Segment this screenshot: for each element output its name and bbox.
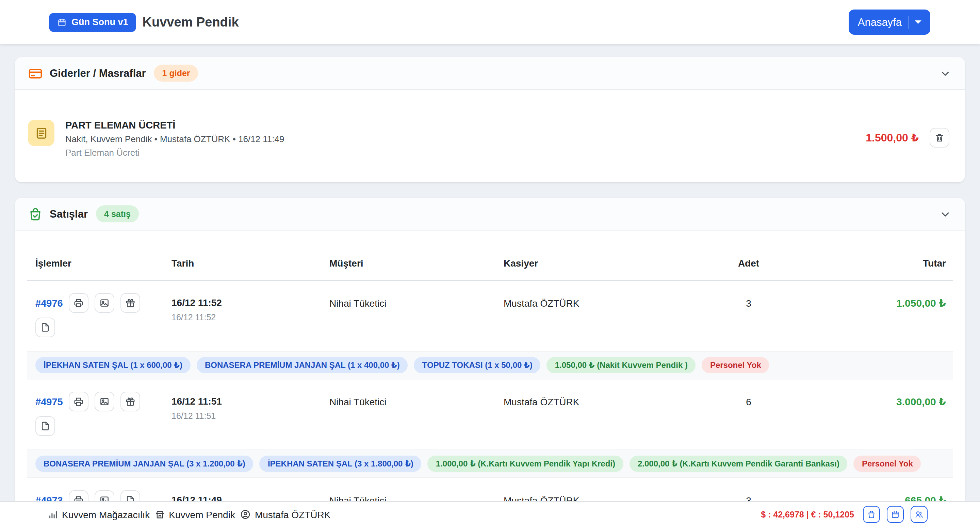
- sales-card: Satışlar 4 satış İşlemler Tarih Müşteri …: [15, 198, 965, 527]
- calendar-icon: [57, 17, 67, 27]
- personnel-quick-button[interactable]: [911, 506, 928, 523]
- exchange-rates: $ : 42,6978 | € : 50,1205: [761, 510, 854, 519]
- sales-table: İşlemler Tarih Müşteri Kasiyer Adet Tuta…: [27, 240, 953, 527]
- print-sale-button[interactable]: [69, 392, 89, 411]
- calendar-icon: [891, 510, 900, 519]
- column-header-date: Tarih: [172, 240, 329, 280]
- sales-card-header[interactable]: Satışlar 4 satış: [15, 198, 965, 230]
- image-icon: [100, 397, 110, 406]
- payment-tag: 1.000,00 ₺ (K.Kartı Kuvvem Pendik Yapı K…: [428, 456, 624, 472]
- sale-total: 1.050,00 ₺: [789, 293, 953, 337]
- sale-row: #4976: [27, 281, 953, 379]
- product-tag: BONASERA PREMİUM JANJAN ŞAL (3 x 1.200,0…: [35, 456, 253, 472]
- sale-document-button[interactable]: [35, 416, 55, 436]
- sale-image-button[interactable]: [95, 392, 115, 411]
- gift-icon: [126, 298, 136, 308]
- column-header-total: Tutar: [789, 240, 953, 280]
- sale-quantity: 6: [708, 392, 789, 436]
- sale-row: #4975: [27, 379, 953, 478]
- sale-date-cell: 16/12 11:51 16/12 11:51: [172, 392, 329, 436]
- expenses-card: Giderler / Masraflar 1 gider PART ELEMAN…: [15, 57, 965, 182]
- receipt-icon: [28, 120, 54, 146]
- payment-tag: 1.050,00 ₺ (Nakit Kuvvem Pendik ): [547, 357, 696, 373]
- home-button-label: Anasayfa: [858, 16, 902, 28]
- caret-down-icon: [915, 21, 921, 24]
- chart-bars-icon: [48, 510, 58, 519]
- sales-count-badge: 4 satış: [96, 205, 139, 222]
- page-title: Kuvvem Pendik: [143, 14, 239, 30]
- end-of-day-quick-button[interactable]: [887, 506, 904, 523]
- store-item: Kuvvem Pendik: [155, 509, 235, 520]
- expenses-card-header[interactable]: Giderler / Masraflar 1 gider: [15, 57, 965, 90]
- sale-operations-cell: #4975: [27, 392, 172, 436]
- expense-description: Part Eleman Ücreti: [65, 148, 284, 158]
- expense-actions: 1.500,00 ₺: [865, 128, 950, 148]
- button-divider: [908, 15, 908, 29]
- expenses-card-title: Giderler / Masraflar: [50, 67, 146, 79]
- version-badge-label: Gün Sonu v1: [72, 17, 128, 27]
- quick-actions: [863, 506, 928, 523]
- chevron-down-icon[interactable]: [939, 67, 951, 79]
- sale-date-secondary: 16/12 11:51: [172, 411, 329, 421]
- sale-customer: Nihai Tüketici: [329, 392, 504, 436]
- image-icon: [100, 298, 110, 308]
- expense-details: Nakit, Kuvvem Pendik • Mustafa ÖZTÜRK • …: [65, 134, 284, 144]
- document-icon: [40, 322, 50, 333]
- shopping-bag-check-icon: [28, 206, 43, 221]
- product-tag: BONASERA PREMİUM JANJAN ŞAL (1 x 400,00 …: [197, 357, 408, 373]
- column-header-cashier: Kasiyer: [504, 240, 708, 280]
- printer-icon: [74, 397, 84, 406]
- users-icon: [915, 510, 924, 519]
- print-sale-button[interactable]: [69, 293, 89, 313]
- home-button[interactable]: Anasayfa: [849, 10, 930, 35]
- column-header-quantity: Adet: [708, 240, 789, 280]
- no-personnel-tag: Personel Yok: [854, 456, 921, 472]
- document-icon: [40, 421, 50, 431]
- sales-card-title: Satışlar: [50, 208, 88, 220]
- product-tag: İPEKHAN SATEN ŞAL (1 x 600,00 ₺): [35, 357, 191, 373]
- product-tag: TOPUZ TOKASI (1 x 50,00 ₺): [414, 357, 541, 373]
- sale-date: 16/12 11:52: [172, 293, 329, 308]
- sale-date: 16/12 11:51: [172, 392, 329, 406]
- product-tag: İPEKHAN SATEN ŞAL (3 x 1.800,00 ₺): [259, 456, 422, 472]
- sale-tags: BONASERA PREMİUM JANJAN ŞAL (3 x 1.200,0…: [27, 449, 953, 478]
- company-item: Kuvvem Mağazacılık: [48, 509, 150, 520]
- sale-quantity: 3: [708, 293, 789, 337]
- credit-card-icon: [28, 66, 43, 81]
- sales-table-header: İşlemler Tarih Müşteri Kasiyer Adet Tuta…: [27, 240, 953, 281]
- top-bar: Gün Sonu v1 Kuvvem Pendik Anasayfa: [0, 0, 980, 44]
- gun-sonu-version-button[interactable]: Gün Sonu v1: [49, 13, 137, 32]
- sale-image-button[interactable]: [95, 293, 115, 313]
- delete-expense-button[interactable]: [930, 128, 950, 148]
- sale-operations-cell: #4976: [27, 293, 172, 337]
- expense-info: PART ELEMAN ÜCRETİ Nakit, Kuvvem Pendik …: [65, 120, 284, 158]
- user-item: Mustafa ÖZTÜRK: [240, 509, 331, 520]
- sale-document-button[interactable]: [35, 317, 55, 337]
- expense-name: PART ELEMAN ÜCRETİ: [65, 120, 284, 130]
- store-name: Kuvvem Pendik: [169, 509, 235, 520]
- expense-amount: 1.500,00 ₺: [865, 131, 919, 144]
- sale-date-cell: 16/12 11:52 16/12 11:52: [172, 293, 329, 337]
- chevron-down-icon[interactable]: [939, 208, 951, 220]
- sale-gift-button[interactable]: [121, 392, 140, 411]
- store-icon: [155, 510, 165, 519]
- gift-icon: [126, 397, 136, 406]
- sale-gift-button[interactable]: [121, 293, 140, 313]
- no-personnel-tag: Personel Yok: [702, 357, 769, 373]
- printer-icon: [74, 298, 84, 308]
- user-circle-icon: [240, 510, 251, 519]
- end-of-day-page: Gün Sonu v1 Kuvvem Pendik Anasayfa Gider…: [0, 0, 980, 527]
- sale-cashier: Mustafa ÖZTÜRK: [504, 293, 708, 337]
- shopping-bag-icon: [867, 510, 876, 519]
- sales-quick-button[interactable]: [863, 506, 880, 523]
- sale-cashier: Mustafa ÖZTÜRK: [504, 392, 708, 436]
- column-header-customer: Müşteri: [329, 240, 504, 280]
- sale-number-link[interactable]: #4976: [35, 297, 63, 308]
- sale-number-link[interactable]: #4975: [35, 396, 63, 407]
- payment-tag: 2.000,00 ₺ (K.Kartı Kuvvem Pendik Garant…: [630, 456, 848, 472]
- company-name: Kuvvem Mağazacılık: [62, 509, 150, 520]
- column-header-operations: İşlemler: [27, 240, 172, 280]
- status-bar: Kuvvem Mağazacılık Kuvvem Pendik Mustafa…: [0, 501, 980, 527]
- user-name: Mustafa ÖZTÜRK: [255, 509, 331, 520]
- main-content: Giderler / Masraflar 1 gider PART ELEMAN…: [0, 44, 980, 527]
